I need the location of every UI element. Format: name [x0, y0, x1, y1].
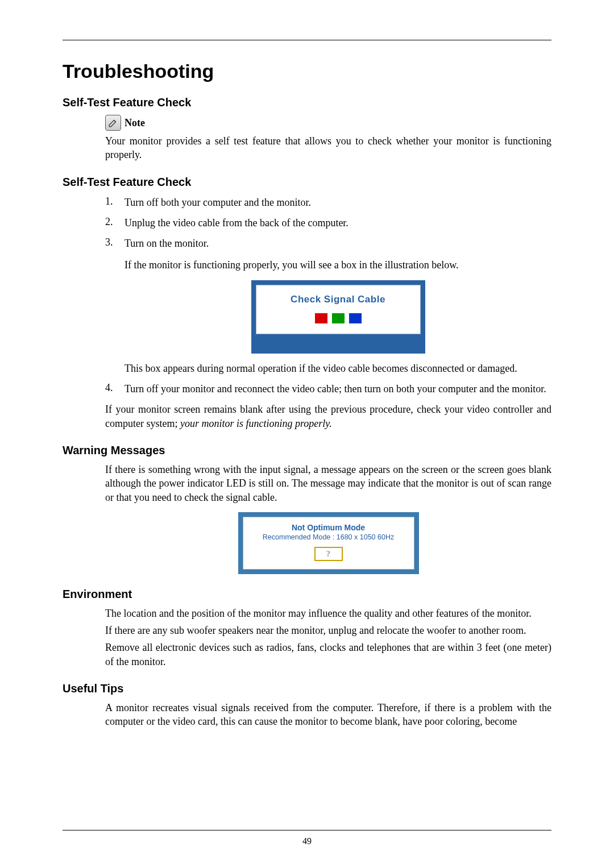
- heading-environment: Environment: [63, 588, 551, 601]
- bottom-rule: [63, 830, 551, 830]
- figure1-title: Check Signal Cable: [262, 293, 414, 306]
- figure-check-signal: Check Signal Cable: [251, 280, 425, 354]
- step3-followup: If the monitor is functioning properly, …: [125, 258, 551, 272]
- color-square-green: [332, 313, 345, 323]
- color-square-red: [315, 313, 327, 323]
- figure2-line1: Not Optimum Mode: [246, 523, 412, 532]
- figure-not-optimum: Not Optimum Mode Recommended Mode : 1680…: [238, 512, 419, 574]
- warning-text: If there is something wrong with the inp…: [105, 463, 551, 504]
- figure2-line2: Recommended Mode : 1680 x 1050 60Hz: [246, 533, 412, 541]
- list-number: 4.: [105, 382, 125, 396]
- list-item: Turn off your monitor and reconnect the …: [125, 382, 551, 396]
- list-item: Turn off both your computer and the moni…: [125, 196, 551, 209]
- note-icon: [105, 115, 121, 131]
- page-number: 49: [63, 836, 551, 846]
- list-item: Turn on the monitor.: [125, 236, 551, 250]
- color-square-blue: [349, 313, 362, 323]
- environment-p1: The location and the position of the mon…: [105, 607, 551, 620]
- environment-p3: Remove all electronic devices such as ra…: [105, 641, 551, 668]
- conclusion-text: If your monitor screen remains blank aft…: [105, 402, 551, 430]
- note-label: Note: [125, 117, 145, 129]
- after-figure-text: This box appears during normal operation…: [125, 362, 551, 375]
- heading-warning: Warning Messages: [63, 444, 551, 457]
- heading-self-test-1: Self-Test Feature Check: [63, 96, 551, 109]
- tips-p1: A monitor recreates visual signals recei…: [105, 701, 551, 729]
- heading-self-test-2: Self-Test Feature Check: [63, 176, 551, 189]
- top-rule: [63, 40, 551, 40]
- heading-useful-tips: Useful Tips: [63, 682, 551, 695]
- figure2-question: ?: [314, 547, 343, 561]
- page-title: Troubleshooting: [63, 60, 551, 82]
- list-number: 1.: [105, 196, 125, 209]
- list-number: 3.: [105, 236, 125, 375]
- list-item: Unplug the video cable from the back of …: [125, 216, 551, 230]
- environment-p2: If there are any sub woofer speakers nea…: [105, 624, 551, 637]
- list-number: 2.: [105, 216, 125, 230]
- note-text: Your monitor provides a self test featur…: [105, 134, 551, 162]
